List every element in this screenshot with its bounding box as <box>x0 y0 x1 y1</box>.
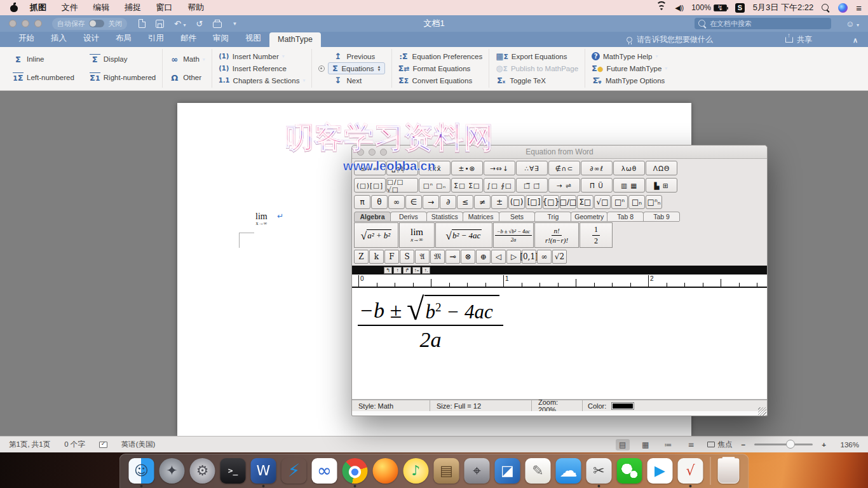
dock-vmware-fusion[interactable]: ◪ <box>495 458 520 484</box>
focus-mode-button[interactable]: 焦点 <box>707 440 733 449</box>
dock-disk-utility[interactable]: ⌖ <box>465 458 490 484</box>
small-symbol-button[interactable]: □ⁿₙ <box>646 195 662 209</box>
ribbon-tab[interactable]: 开始 <box>10 30 43 47</box>
zoom-percent[interactable]: 136% <box>835 441 859 449</box>
small-symbol-button[interactable]: ≤ <box>457 195 473 209</box>
expr-quadratic-formula-button[interactable]: −b ± √b² − 4ac2a <box>493 222 534 248</box>
symbol-palette-button[interactable]: x́x̂x̄ <box>419 161 451 175</box>
chapters-sections-button[interactable]: 1.1 Chapters & Sections▾ <box>219 74 306 86</box>
expr-binomial-button[interactable]: n!r!(n−r)! <box>534 222 579 248</box>
symbol-palette-button[interactable]: λωθ <box>613 161 645 175</box>
letter-symbol-button[interactable]: ▷ <box>506 250 521 264</box>
template-palette-button[interactable]: → ⇌ <box>548 178 580 193</box>
word-count[interactable]: 0 个字 <box>64 440 85 449</box>
zoom-slider-knob[interactable] <box>786 440 795 449</box>
small-symbol-button[interactable]: ∈ <box>405 195 422 209</box>
template-palette-button[interactable]: □∕□ √□ <box>386 178 418 193</box>
letter-symbol-button[interactable]: 𝔄 <box>415 250 430 264</box>
apple-menu-icon[interactable] <box>10 3 18 12</box>
menubar-item[interactable]: 捕捉 <box>118 0 147 15</box>
format-equations-button[interactable]: Σ⇄ Format Equations <box>398 62 483 74</box>
tabstop-button[interactable]: ↱ <box>403 267 411 274</box>
letter-symbol-button[interactable]: F <box>384 250 399 264</box>
letter-symbol-button[interactable]: k <box>369 250 384 264</box>
resize-grip-icon[interactable] <box>758 407 766 416</box>
letter-symbol-button[interactable]: 𝔐 <box>430 250 445 264</box>
dock-screenshot[interactable]: ✂ <box>587 458 612 484</box>
tabstop-button[interactable]: ↑. <box>422 267 430 274</box>
battery-indicator[interactable]: 100% <box>691 3 727 12</box>
symbol-palette-button[interactable]: ␣ạḅ⋯ <box>386 161 418 175</box>
dock-firefox[interactable] <box>373 458 398 484</box>
template-palette-button[interactable]: ▙ ⊞ <box>646 178 677 193</box>
symbol-palette-button[interactable]: ∴∀∃ <box>516 161 548 175</box>
letter-symbol-button[interactable]: ⊸ <box>445 250 460 264</box>
stepper-arrows-icon[interactable]: ▲▼ <box>377 65 381 71</box>
menubar-item[interactable]: 窗口 <box>150 0 179 15</box>
ribbon-tab[interactable]: 布局 <box>107 30 140 47</box>
small-symbol-button[interactable]: (□) <box>508 195 525 209</box>
volume-icon[interactable]: ◀)) <box>675 4 683 12</box>
web-layout-view-icon[interactable]: ▦ <box>639 439 653 451</box>
dock-finder[interactable]: ☺ <box>129 458 154 484</box>
template-palette-button[interactable]: Π̈ Ü <box>581 178 613 193</box>
small-symbol-button[interactable]: π <box>354 195 370 209</box>
letter-symbol-button[interactable]: ∞ <box>537 250 552 264</box>
tabstop-button[interactable]: ↑₌ <box>412 267 421 274</box>
zoom-status[interactable]: Zoom: 200% <box>532 400 583 411</box>
symbol-palette-button[interactable]: ±•⊗ <box>451 161 483 175</box>
letter-symbol-button[interactable]: ⊕ <box>476 250 491 264</box>
autosave-switch-icon[interactable] <box>89 20 104 27</box>
color-status[interactable]: Color: <box>583 402 639 410</box>
small-symbol-button[interactable]: √□ <box>594 195 611 209</box>
document-search[interactable] <box>695 18 831 29</box>
dock-baidu-netdisk[interactable]: ∞ <box>312 458 337 484</box>
template-palette-button[interactable]: ∫□ ∮□ <box>484 178 515 193</box>
dock-word[interactable]: W <box>251 458 276 484</box>
equations-stepper[interactable]: Σ Equations ▲▼ <box>318 62 384 74</box>
notification-center-icon[interactable]: ≡ <box>856 3 862 13</box>
minimize-button[interactable] <box>369 149 376 156</box>
small-symbol-button[interactable]: {□} <box>543 195 559 209</box>
dock-trash[interactable] <box>718 458 740 484</box>
ribbon-tab[interactable]: 插入 <box>43 30 75 47</box>
symbol-palette-button[interactable]: ∂∞ℓ <box>581 161 613 175</box>
dock-separator[interactable] <box>710 457 711 485</box>
search-input[interactable] <box>710 20 815 27</box>
tell-me-box[interactable]: 请告诉我您想要做什么 <box>627 34 713 45</box>
small-symbol-button[interactable]: ∞ <box>388 195 405 209</box>
dock-launchpad[interactable]: ✦ <box>159 458 185 484</box>
spellcheck-icon[interactable] <box>99 442 107 448</box>
dock-tencent-video[interactable]: ▶ <box>648 458 673 484</box>
undo-button[interactable]: ↶ ▾ <box>174 19 186 29</box>
menubar-item[interactable]: 编辑 <box>86 0 116 15</box>
ruler[interactable]: 012 <box>352 274 767 288</box>
convert-equations-button[interactable]: ΣΣ Convert Equations <box>398 74 483 86</box>
math-menu-button[interactable]: ∞ Math▾ <box>169 53 205 65</box>
template-palette-button[interactable]: (□)[□] <box>354 178 386 193</box>
share-button[interactable]: 共享 <box>785 34 812 45</box>
insert-reference-button[interactable]: (1) Insert Reference <box>219 62 306 74</box>
other-menu-button[interactable]: Ω Other <box>169 72 205 84</box>
dock-wechat[interactable] <box>617 458 642 484</box>
letter-symbol-button[interactable]: ◁ <box>491 250 506 264</box>
zoom-out-button[interactable]: − <box>742 441 746 449</box>
equation-preferences-button[interactable]: :Σ Equation Preferences <box>398 50 483 62</box>
palette-tab[interactable]: Trig <box>534 212 571 221</box>
new-document-icon[interactable] <box>139 19 146 28</box>
toolbar-more-icon[interactable]: ▼ <box>232 21 237 27</box>
ribbon-tab[interactable]: 引用 <box>140 30 172 47</box>
symbol-palette-button[interactable]: →⇔↓ <box>484 161 515 175</box>
dock-system-preferences[interactable]: ⚙ <box>190 458 215 484</box>
zoom-button[interactable] <box>380 149 387 156</box>
template-palette-button[interactable]: ▥ ▦ <box>613 178 645 193</box>
menubar-item[interactable]: 抓图 <box>24 0 53 15</box>
template-palette-button[interactable]: □̅ □⃗ <box>516 178 548 193</box>
letter-symbol-button[interactable]: [0,1] <box>522 250 536 264</box>
menubar-clock[interactable]: 5月3日 下午2:22 <box>753 2 813 13</box>
dock-chrome[interactable]: ● <box>342 458 368 484</box>
quadratic-formula-equation[interactable]: −b ± √ b2 − 4ac 2a <box>358 295 503 352</box>
save-icon[interactable] <box>156 20 164 28</box>
expr-discriminant-button[interactable]: √b² − 4ac <box>435 222 492 248</box>
small-symbol-button[interactable]: □ₙ <box>628 195 645 209</box>
